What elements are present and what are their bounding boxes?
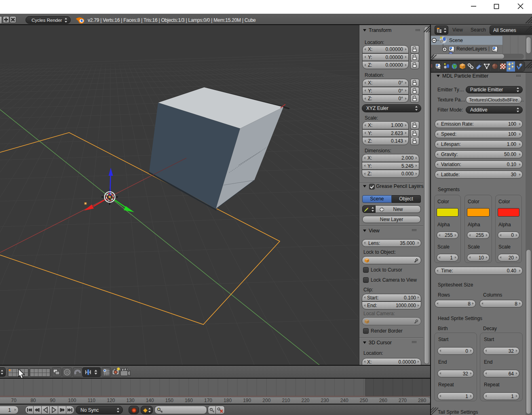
svg-text:160: 160 — [185, 398, 193, 403]
svg-text:250: 250 — [360, 398, 368, 403]
svg-text:260: 260 — [379, 398, 387, 403]
svg-text:200: 200 — [262, 398, 270, 403]
svg-text:230: 230 — [321, 398, 329, 403]
svg-text:110: 110 — [88, 398, 95, 403]
svg-text:190: 190 — [243, 398, 251, 403]
svg-text:130: 130 — [127, 398, 135, 403]
svg-text:100: 100 — [68, 398, 76, 403]
svg-text:240: 240 — [340, 398, 348, 403]
svg-text:170: 170 — [204, 398, 212, 403]
svg-text:180: 180 — [224, 398, 232, 403]
svg-text:80: 80 — [30, 398, 36, 403]
svg-text:280: 280 — [418, 398, 426, 403]
svg-text:220: 220 — [301, 398, 309, 403]
svg-text:270: 270 — [399, 398, 407, 403]
svg-text:90: 90 — [50, 398, 56, 403]
svg-text:210: 210 — [282, 398, 290, 403]
svg-text:120: 120 — [107, 398, 115, 403]
svg-text:70: 70 — [11, 398, 17, 403]
svg-text:140: 140 — [146, 398, 154, 403]
svg-text:150: 150 — [165, 398, 173, 403]
